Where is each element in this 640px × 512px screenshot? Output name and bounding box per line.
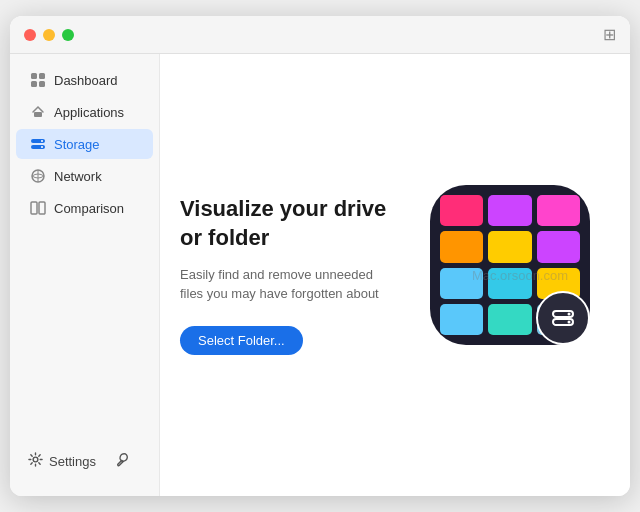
main-content: Visualize your drive or folder Easily fi… (160, 54, 630, 496)
settings-button[interactable]: Settings (20, 446, 104, 476)
svg-rect-0 (31, 73, 37, 79)
storage-badge-icon (549, 304, 577, 332)
comparison-icon (30, 200, 46, 216)
sidebar-item-network[interactable]: Network (16, 161, 153, 191)
grid-cell-4 (440, 231, 483, 262)
svg-point-13 (33, 457, 38, 462)
svg-point-17 (568, 321, 571, 324)
grid-cell-5 (488, 231, 531, 262)
network-icon (30, 168, 46, 184)
sidebar-item-storage[interactable]: Storage (16, 129, 153, 159)
gear-icon (28, 452, 43, 470)
sidebar: Dashboard Applications (10, 54, 160, 496)
app-icon: Mac.orsoon.com (430, 185, 610, 365)
sidebar-item-network-label: Network (54, 169, 102, 184)
svg-point-16 (568, 313, 571, 316)
grid-cell-3 (537, 195, 580, 226)
applications-icon (30, 104, 46, 120)
svg-rect-12 (39, 202, 45, 214)
main-subtitle: Easily find and remove unneeded files yo… (180, 265, 390, 304)
svg-rect-4 (34, 112, 42, 117)
sidebar-item-dashboard-label: Dashboard (54, 73, 118, 88)
new-tab-icon[interactable]: ⊞ (603, 25, 616, 44)
maximize-button[interactable] (62, 29, 74, 41)
grid-cell-11 (488, 304, 531, 335)
dashboard-icon (30, 72, 46, 88)
tools-button[interactable] (108, 446, 139, 476)
main-text-section: Visualize your drive or folder Easily fi… (180, 195, 390, 354)
svg-rect-2 (31, 81, 37, 87)
sidebar-item-dashboard[interactable]: Dashboard (16, 65, 153, 95)
grid-cell-7 (440, 268, 483, 299)
settings-label: Settings (49, 454, 96, 469)
storage-icon (30, 136, 46, 152)
sidebar-bottom: Settings (10, 436, 159, 486)
svg-rect-3 (39, 81, 45, 87)
sidebar-item-comparison[interactable]: Comparison (16, 193, 153, 223)
main-inner: Visualize your drive or folder Easily fi… (180, 185, 610, 365)
svg-point-8 (41, 146, 43, 148)
close-button[interactable] (24, 29, 36, 41)
main-title: Visualize your drive or folder (180, 195, 390, 252)
svg-rect-1 (39, 73, 45, 79)
traffic-lights (24, 29, 74, 41)
app-window: ⊞ Dashboard (10, 16, 630, 496)
svg-rect-11 (31, 202, 37, 214)
grid-cell-1 (440, 195, 483, 226)
titlebar: ⊞ (10, 16, 630, 54)
sidebar-item-applications[interactable]: Applications (16, 97, 153, 127)
grid-cell-10 (440, 304, 483, 335)
sidebar-item-storage-label: Storage (54, 137, 100, 152)
sidebar-item-applications-label: Applications (54, 105, 124, 120)
content-area: Dashboard Applications (10, 54, 630, 496)
grid-cell-6 (537, 231, 580, 262)
grid-cell-8 (488, 268, 531, 299)
grid-cell-2 (488, 195, 531, 226)
minimize-button[interactable] (43, 29, 55, 41)
sidebar-item-comparison-label: Comparison (54, 201, 124, 216)
select-folder-button[interactable]: Select Folder... (180, 326, 303, 355)
storage-badge (536, 291, 590, 345)
svg-point-7 (41, 140, 43, 142)
tools-icon (116, 452, 131, 470)
